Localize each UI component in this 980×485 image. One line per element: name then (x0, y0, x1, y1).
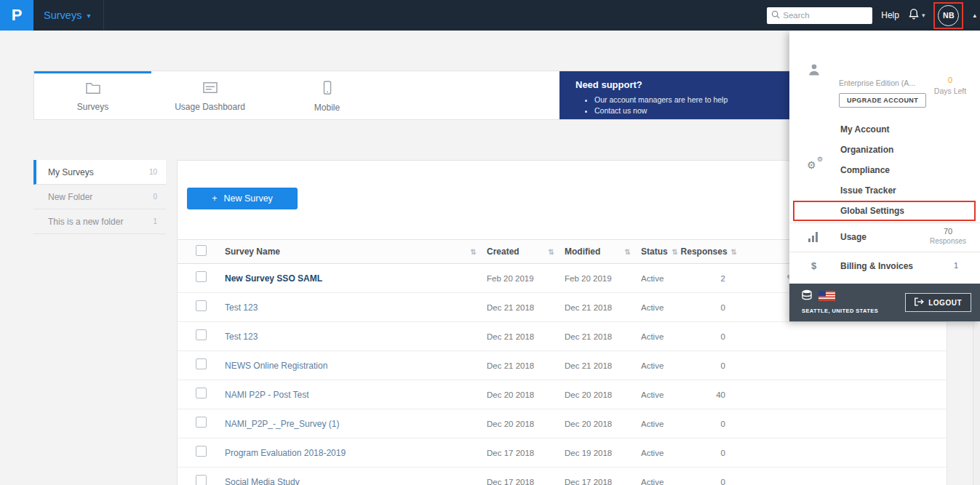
survey-name-link[interactable]: NAMI_P2P_-_Pre_Survey (1) (225, 419, 487, 429)
header-created[interactable]: Created ⇅ (487, 246, 565, 257)
row-checkbox[interactable] (196, 329, 207, 340)
days-left-value: 0 (931, 76, 970, 84)
menu-item-issue-tracker[interactable]: Issue Tracker (789, 180, 980, 201)
status-cell: Active (641, 478, 688, 485)
header-modified[interactable]: Modified ⇅ (565, 246, 641, 257)
created-cell: Dec 17 2018 (487, 449, 565, 457)
survey-name-link[interactable]: NEWS Online Registration (225, 361, 487, 371)
global-search[interactable] (767, 7, 872, 24)
search-icon (771, 9, 780, 22)
sidebar-item-this-is-a-new-folder[interactable]: This is a new folder 1 (33, 209, 166, 234)
sidebar-item-my-surveys[interactable]: My Surveys 10 (33, 160, 166, 185)
menu-item-billing[interactable]: $ Billing & Invoices 1 (789, 253, 980, 281)
notifications-button[interactable]: ▾ (908, 8, 925, 23)
menu-divider (789, 252, 980, 252)
header-responses[interactable]: Responses ⇅ (688, 246, 743, 257)
chevron-down-icon: ▾ (922, 12, 925, 19)
status-cell: Active (641, 274, 688, 283)
product-switcher[interactable]: Surveys ▾ (33, 0, 104, 31)
status-cell: Active (641, 303, 688, 312)
days-left-block: 0 Days Left (931, 76, 970, 95)
created-cell: Dec 21 2018 (487, 303, 565, 312)
sidebar-item-count: 0 (153, 193, 157, 201)
product-label: Surveys (44, 9, 81, 21)
menu-item-usage[interactable]: Usage 70 Responses (789, 224, 980, 252)
responses-cell: 0 (688, 420, 743, 428)
folder-sidebar: My Surveys 10 New Folder 0 This is a new… (33, 160, 166, 234)
annotation-box-avatar: NB (933, 2, 963, 29)
table-row: NAMI P2P - Post Test Dec 20 2018 Dec 20 … (178, 380, 947, 409)
tab-usage-dashboard[interactable]: Usage Dashboard (151, 71, 268, 119)
modified-cell: Dec 20 2018 (565, 390, 641, 399)
row-checkbox[interactable] (196, 271, 207, 282)
select-all-checkbox[interactable] (196, 245, 207, 256)
app-logo[interactable]: P (0, 0, 33, 31)
topbar-right-group: Help ▾ NB ▴ (767, 2, 980, 29)
usage-label: Usage (840, 232, 867, 242)
menu-item-my-account[interactable]: My Account (789, 119, 980, 140)
us-flag-icon (818, 291, 835, 304)
bell-icon (908, 8, 920, 23)
sidebar-item-new-folder[interactable]: New Folder 0 (33, 185, 166, 209)
tab-mobile[interactable]: Mobile (268, 71, 386, 119)
table-row: NEWS Online Registration Dec 21 2018 Dec… (178, 351, 947, 380)
new-survey-button[interactable]: + New Survey (187, 188, 298, 209)
usage-value: 70 (926, 227, 970, 236)
chevron-down-icon: ▾ (87, 12, 90, 20)
app-window: Surveys Usage Dashboard Mobile Need supp… (0, 0, 980, 485)
created-cell: Dec 21 2018 (487, 332, 565, 341)
user-icon (807, 63, 821, 80)
row-checkbox[interactable] (196, 388, 207, 398)
table-row: Test 123 Dec 21 2018 Dec 21 2018 Active … (178, 322, 947, 351)
sidebar-item-label: This is a new folder (48, 217, 123, 227)
responses-cell: 0 (688, 361, 743, 370)
plus-icon: + (212, 193, 217, 204)
chevron-up-icon: ▴ (973, 12, 976, 19)
row-checkbox[interactable] (196, 358, 207, 369)
survey-name-link[interactable]: Program Evaluation 2018-2019 (225, 448, 487, 458)
gears-icon: ⚙ ⚙ (807, 159, 823, 172)
sort-icon[interactable]: ⇅ (549, 248, 554, 256)
logout-button[interactable]: LOGOUT (905, 293, 971, 312)
modified-cell: Dec 19 2018 (565, 449, 641, 457)
logout-label: LOGOUT (928, 299, 962, 307)
modified-cell: Dec 17 2018 (565, 478, 641, 485)
tab-surveys[interactable]: Surveys (34, 71, 151, 119)
bar-chart-icon (808, 232, 818, 242)
table-row: Social Media Study Dec 17 2018 Dec 17 20… (178, 468, 947, 485)
sort-icon[interactable]: ⇅ (625, 248, 631, 256)
created-cell: Feb 20 2019 (487, 274, 565, 283)
survey-name-link[interactable]: Test 123 (225, 332, 487, 342)
dashboard-icon (202, 81, 218, 97)
survey-name-link[interactable]: Test 123 (225, 302, 487, 313)
survey-name-link[interactable]: New Survey SSO SAML (225, 273, 487, 284)
billing-value: 1 (954, 261, 958, 270)
status-cell: Active (641, 449, 688, 457)
account-menu-footer: SEATTLE, UNITED STATES LOGOUT (789, 284, 980, 321)
usage-value-block: 70 Responses (926, 227, 970, 245)
search-input[interactable] (783, 11, 868, 20)
responses-cell: 40 (688, 390, 743, 399)
sidebar-item-label: My Surveys (48, 167, 94, 177)
menu-item-global-settings[interactable]: Global Settings (789, 201, 980, 221)
help-link[interactable]: Help (881, 10, 899, 20)
tab-label: Surveys (77, 102, 108, 112)
logout-icon (915, 297, 924, 308)
row-checkbox[interactable] (196, 446, 207, 457)
survey-name-link[interactable]: Social Media Study (225, 477, 487, 485)
sort-icon[interactable]: ⇅ (731, 248, 737, 256)
row-checkbox[interactable] (196, 417, 207, 428)
row-checkbox[interactable] (196, 300, 207, 311)
account-avatar[interactable]: NB (938, 5, 959, 26)
new-survey-label: New Survey (223, 193, 272, 204)
sort-icon[interactable]: ⇅ (672, 248, 678, 256)
row-checkbox[interactable] (196, 475, 207, 485)
survey-name-link[interactable]: NAMI P2P - Post Test (225, 390, 487, 400)
header-survey-name[interactable]: Survey Name ⇅ (225, 246, 487, 257)
upgrade-account-button[interactable]: UPGRADE ACCOUNT (839, 93, 926, 108)
created-cell: Dec 21 2018 (487, 361, 565, 370)
table-row: Program Evaluation 2018-2019 Dec 17 2018… (178, 438, 947, 468)
modified-cell: Dec 20 2018 (565, 420, 641, 428)
status-cell: Active (641, 361, 688, 370)
sort-icon[interactable]: ⇅ (471, 248, 477, 256)
